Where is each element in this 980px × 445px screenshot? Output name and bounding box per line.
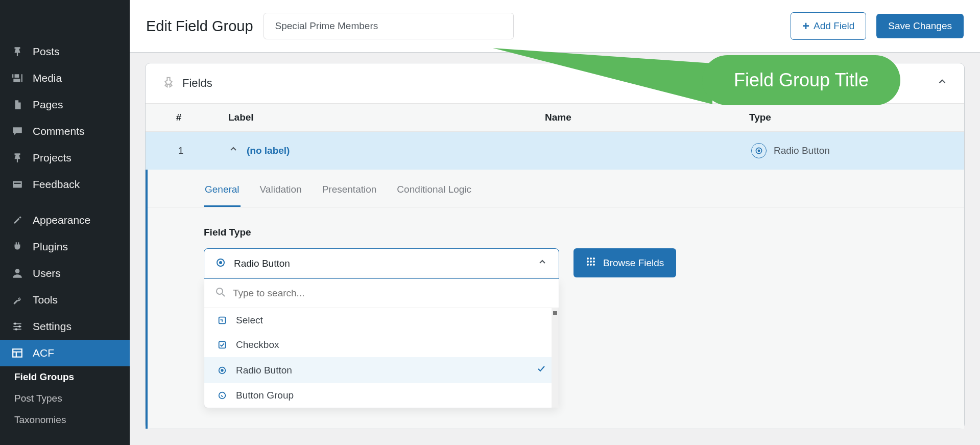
main-content: Edit Field Group + Add Field Save Change… [130,0,980,445]
save-changes-label: Save Changes [888,20,952,32]
sidebar-sub-field-groups[interactable]: Field Groups [0,366,130,388]
comment-icon [10,124,25,138]
fields-panel: Field Group Title Fields # Label Name Ty… [145,63,965,429]
field-type-search-input[interactable] [233,288,547,299]
svg-point-20 [219,392,226,399]
svg-point-24 [587,261,589,263]
sidebar-item-appearance[interactable]: Appearance [0,207,130,233]
layout-icon [10,346,25,360]
sidebar-item-label: Appearance [33,214,90,226]
svg-point-28 [590,264,592,266]
field-row-label-link[interactable]: (no label) [247,145,290,156]
search-icon [216,287,226,299]
chevron-up-icon[interactable] [228,144,238,157]
svg-point-3 [14,322,16,324]
pin-icon [10,151,25,165]
tab-conditional-logic[interactable]: Conditional Logic [396,179,472,207]
sidebar-sub-taxonomies[interactable]: Taxonomies [0,409,130,431]
sidebar-item-label: Feedback [33,178,80,191]
field-row[interactable]: 1 (no label) Radio Button [146,132,964,170]
tab-presentation[interactable]: Presentation [321,179,378,207]
field-editor-tabs: General Validation Presentation Conditio… [148,170,964,207]
chevron-up-icon [537,257,547,270]
svg-line-15 [222,294,225,296]
save-changes-button[interactable]: Save Changes [876,14,964,38]
check-icon [536,364,546,377]
svg-point-25 [590,261,592,263]
browse-fields-label: Browse Fields [603,257,664,269]
option-label: Radio Button [236,365,292,376]
svg-point-27 [587,264,589,266]
plus-icon: + [802,19,809,33]
add-field-label: Add Field [814,20,854,32]
svg-point-14 [217,288,223,294]
col-number: # [146,112,212,123]
svg-rect-0 [13,181,22,188]
sidebar-item-settings[interactable]: Settings [0,313,130,340]
radio-icon [217,365,228,376]
sidebar-item-projects[interactable]: Projects [0,145,130,171]
field-type-selected-label: Radio Button [234,258,290,269]
add-field-button[interactable]: + Add Field [791,12,866,40]
svg-point-29 [593,264,595,266]
sidebar-item-feedback[interactable]: Feedback [0,171,130,198]
svg-point-21 [587,257,589,260]
svg-rect-6 [13,349,22,357]
field-type-option-checkbox[interactable]: Checkbox [204,333,559,357]
field-type-select[interactable]: Radio Button [204,248,559,408]
feedback-icon [10,177,25,192]
col-name: Name [529,112,733,123]
sidebar-item-label: Posts [33,45,60,58]
option-label: Checkbox [236,339,279,350]
grid-icon [586,256,596,269]
col-label: Label [212,112,529,123]
svg-point-22 [590,257,592,260]
browse-fields-button[interactable]: Browse Fields [573,248,676,277]
field-type-dropdown: Select Checkbox Radio Butt [204,279,559,408]
col-type: Type [733,112,964,123]
pin-icon [10,44,25,59]
brush-icon [10,213,25,227]
svg-point-5 [15,328,17,330]
field-editor: General Validation Presentation Conditio… [146,170,964,429]
option-label: Button Group [236,390,294,401]
svg-point-23 [593,257,595,260]
sidebar-item-label: Settings [33,320,71,333]
svg-rect-17 [219,342,226,348]
sidebar-item-label: ACF [33,347,54,359]
field-group-title-input[interactable] [264,13,514,39]
sidebar-item-plugins[interactable]: Plugins [0,233,130,260]
user-icon [10,266,25,280]
field-type-option-button-group[interactable]: Button Group [204,383,559,408]
sidebar-item-posts[interactable]: Posts [0,38,130,65]
tab-general[interactable]: General [204,179,241,207]
field-type-label: Field Type [204,227,908,238]
sidebar-item-label: Users [33,267,61,279]
svg-point-19 [221,369,223,371]
field-type-option-radio-button[interactable]: Radio Button [204,357,559,383]
sidebar-item-label: Comments [33,125,85,137]
svg-rect-1 [14,183,20,184]
sidebar-item-media[interactable]: Media [0,65,130,91]
sidebar-sub-post-types[interactable]: Post Types [0,388,130,409]
field-row-index: 1 [148,145,214,156]
panel-collapse-toggle[interactable] [937,76,948,90]
sidebar-item-acf[interactable]: ACF [0,340,130,366]
field-type-select-head[interactable]: Radio Button [204,248,559,279]
tab-validation[interactable]: Validation [259,179,303,207]
sidebar-item-tools[interactable]: Tools [0,287,130,313]
sidebar-item-pages[interactable]: Pages [0,91,130,118]
svg-point-26 [593,261,595,263]
radio-icon [216,257,226,270]
field-type-option-select[interactable]: Select [204,308,559,333]
sidebar-item-label: Plugins [33,241,68,253]
sidebar-item-users[interactable]: Users [0,260,130,287]
dropdown-scrollbar[interactable] [552,308,559,408]
sidebar-item-label: Pages [33,99,63,111]
option-label: Select [236,315,263,326]
page-icon [10,98,25,112]
page-header: Edit Field Group + Add Field Save Change… [130,0,980,53]
page-title: Edit Field Group [146,18,253,35]
sliders-icon [10,319,25,334]
sidebar-item-comments[interactable]: Comments [0,118,130,145]
